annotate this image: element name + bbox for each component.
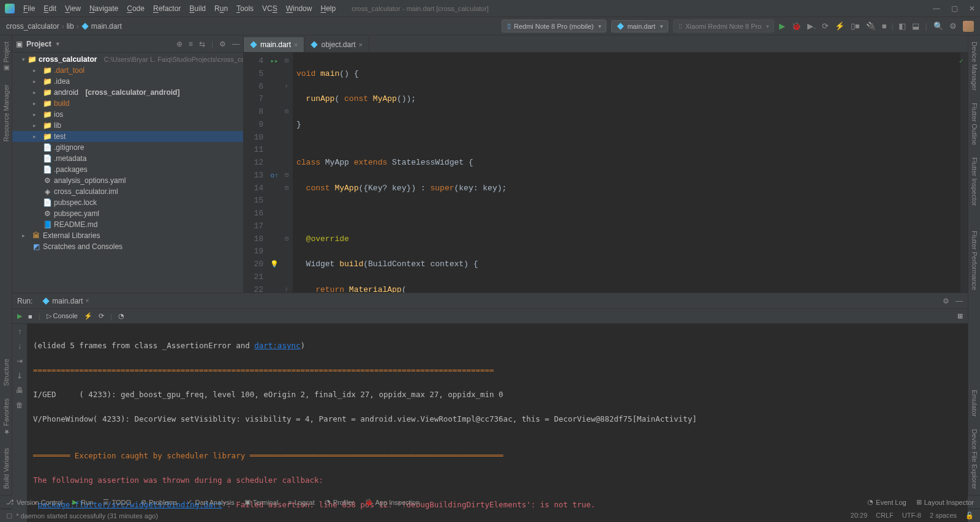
tree-item[interactable]: ▸📁lib <box>12 120 243 131</box>
tool-flutter-inspector[interactable]: Flutter Inspector <box>971 157 978 206</box>
tool-todo[interactable]: ☰ TODO <box>103 498 131 506</box>
expand-button[interactable]: ≡ <box>189 40 193 48</box>
menu-refactor[interactable]: Refactor <box>149 2 184 15</box>
menu-edit[interactable]: Edit <box>40 2 60 15</box>
menu-vcs[interactable]: VCS <box>258 2 281 15</box>
run-again-button[interactable]: ▶ <box>17 312 22 320</box>
readonly-icon[interactable]: 🔓 <box>965 512 974 520</box>
scroll-icon[interactable]: ⤓ <box>17 371 23 380</box>
tool-favorites[interactable]: ★ Favorites <box>2 398 10 436</box>
menu-tools[interactable]: Tools <box>233 2 257 15</box>
link[interactable]: dart:async <box>254 341 300 350</box>
profile-button[interactable]: ⟳ <box>822 21 829 31</box>
search-button[interactable]: 🔍 <box>933 21 943 31</box>
up-icon[interactable]: ↑ <box>18 327 21 336</box>
hint-icon[interactable]: 💡 <box>270 258 279 271</box>
run-button[interactable]: ▶ <box>779 21 785 31</box>
tool-emulator[interactable]: Emulator <box>971 390 978 417</box>
tool-build-variants[interactable]: Build Variants <box>2 448 10 489</box>
maximize-button[interactable]: ▢ <box>951 4 958 13</box>
menu-navigate[interactable]: Navigate <box>86 2 122 15</box>
tree-item[interactable]: ▸📁.dart_tool <box>12 65 243 76</box>
status-position[interactable]: 20:29 <box>851 512 868 520</box>
tab-object-dart[interactable]: object.dart × <box>304 37 369 52</box>
tab-main-dart[interactable]: main.dart × <box>244 37 304 52</box>
console-tab[interactable]: ▷ Console <box>47 312 78 320</box>
tool-layout-inspector[interactable]: ⊞ Layout Inspector <box>916 498 974 506</box>
crumb-project[interactable]: cross_calculator <box>6 22 59 31</box>
code-content[interactable]: void main() { runApp( const MyApp()); } … <box>293 53 960 293</box>
attach-button[interactable]: ▯■ <box>851 21 860 31</box>
menu-code[interactable]: Code <box>123 2 148 15</box>
tree-item-selected[interactable]: ▸📁test <box>12 131 243 142</box>
avatar[interactable] <box>963 21 974 32</box>
dropdown-icon[interactable]: ▼ <box>55 41 61 47</box>
tree-external[interactable]: ▸🏛External Libraries <box>12 230 243 241</box>
settings-button[interactable]: ⚙ <box>949 21 957 31</box>
settings-icon[interactable]: ⚙ <box>943 297 949 305</box>
tree-item[interactable]: ▸📁ios <box>12 109 243 120</box>
project-panel-title[interactable]: Project <box>26 40 51 48</box>
tree-item[interactable]: ▸📁build <box>12 98 243 109</box>
down-icon[interactable]: ↓ <box>18 342 21 351</box>
wrap-icon[interactable]: ⇥ <box>17 357 23 365</box>
restart-icon[interactable]: ⟳ <box>99 312 104 320</box>
tool-resource-manager[interactable]: Resource Manager <box>2 84 10 142</box>
tree-item[interactable]: ⚙pubspec.yaml <box>12 208 243 219</box>
tool-problems[interactable]: ⊘ Problems <box>141 498 177 506</box>
tree-item[interactable]: 📄.packages <box>12 164 243 175</box>
tool-dart-analysis[interactable]: ✓ Dart Analysis <box>187 498 234 506</box>
tool-logcat[interactable]: ≡ Logcat <box>288 499 314 506</box>
scrollbar[interactable] <box>12 288 243 293</box>
tool-version-control[interactable]: ⎇ Version Control <box>6 498 62 506</box>
tree-item[interactable]: 📄pubspec.lock <box>12 197 243 208</box>
error-stripe[interactable]: ✓ <box>960 53 968 293</box>
device-deploy-selector[interactable]: ▯ Xiaomi Redmi Note 8 Pro▼ <box>673 20 774 32</box>
menu-run[interactable]: Run <box>211 2 232 15</box>
status-eol[interactable]: CRLF <box>876 512 894 520</box>
print-icon[interactable]: 🖶 <box>16 386 23 395</box>
tool-device-file-explorer[interactable]: Device File Explorer <box>971 429 978 489</box>
tree-item[interactable]: ▸📁.idea <box>12 76 243 87</box>
menu-help[interactable]: Help <box>317 2 339 15</box>
status-indent[interactable]: 2 spaces <box>930 512 957 520</box>
minimize-button[interactable]: — <box>933 4 940 13</box>
tool-app-inspection[interactable]: 🐞 App Inspection <box>364 498 420 506</box>
status-encoding[interactable]: UTF-8 <box>902 512 921 520</box>
close-button[interactable]: ✕ <box>969 4 975 13</box>
tool-flutter-performance[interactable]: Flutter Performance <box>971 231 978 290</box>
run-panel-tab[interactable]: main.dart × <box>39 295 92 307</box>
status-icon[interactable]: ▢ <box>6 512 12 520</box>
hide-button[interactable]: — <box>232 40 239 48</box>
close-icon[interactable]: × <box>85 297 89 304</box>
tree-item[interactable]: 📄.metadata <box>12 153 243 164</box>
tool-structure[interactable]: Structure <box>2 359 10 386</box>
console-output[interactable]: (elided 5 frames from class _AssertionEr… <box>27 324 968 522</box>
tool-flutter-outline[interactable]: Flutter Outline <box>971 103 978 145</box>
tool-device-manager[interactable]: Device Manager <box>971 42 978 91</box>
tool-run[interactable]: ▶Run <box>72 498 93 506</box>
devtools-icon[interactable]: ◔ <box>118 312 124 320</box>
code-area[interactable]: 4567891011121314151617181920212223 ▸▸o↑💡… <box>244 53 968 293</box>
hot-reload-icon[interactable]: ⚡ <box>84 312 92 320</box>
close-icon[interactable]: × <box>294 41 298 48</box>
project-tree[interactable]: ▾📁 cross_calculator C:\Users\Bryar L. Fa… <box>12 53 243 288</box>
layout-icon[interactable]: ⊞ <box>957 312 963 319</box>
menu-view[interactable]: View <box>61 2 85 15</box>
crumb-file[interactable]: main.dart <box>91 22 122 31</box>
tree-item[interactable]: ⚙analysis_options.yaml <box>12 175 243 186</box>
close-icon[interactable]: × <box>359 41 363 48</box>
fold-gutter[interactable]: ⊟⊦⊟⊟⊟⊟⊦ <box>281 53 293 293</box>
tree-item[interactable]: ◈cross_calculator.iml <box>12 186 243 197</box>
locate-button[interactable]: ⊕ <box>176 40 183 48</box>
menu-build[interactable]: Build <box>186 2 209 15</box>
stop-button[interactable]: ■ <box>882 21 887 31</box>
crumb-lib[interactable]: lib <box>67 22 74 31</box>
flutter-attach-button[interactable]: 🔌 <box>866 21 876 31</box>
stop-button[interactable]: ■ <box>28 313 32 320</box>
tree-scratches[interactable]: ◩Scratches and Consoles <box>12 241 243 252</box>
collapse-button[interactable]: ⇆ <box>199 40 205 48</box>
tree-item[interactable]: ▸📁android [cross_calculator_android] <box>12 87 243 98</box>
tree-item[interactable]: 📘README.md <box>12 219 243 230</box>
menu-window[interactable]: Window <box>282 2 316 15</box>
